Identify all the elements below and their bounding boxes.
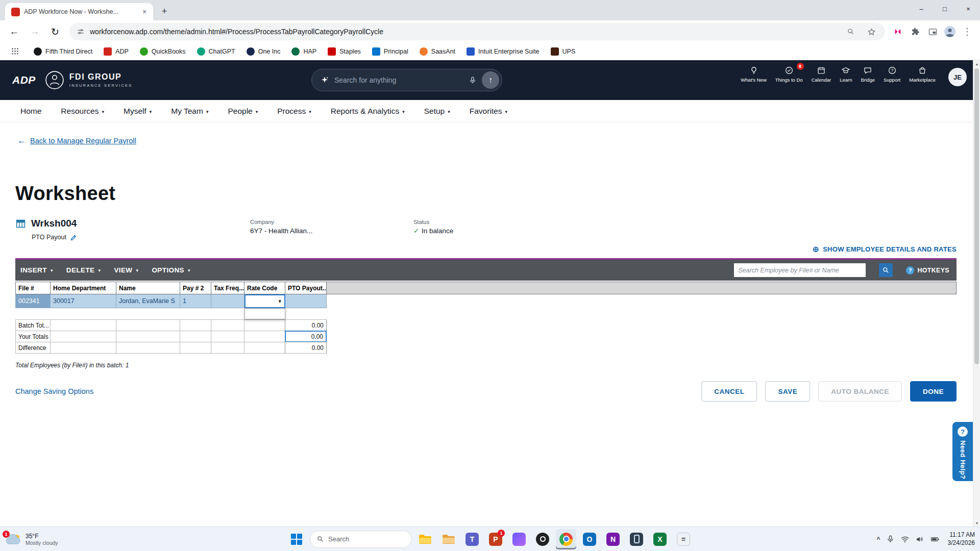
rate-code-dropdown-panel[interactable] xyxy=(244,308,285,319)
cell-tax-freq[interactable] xyxy=(211,294,244,308)
nav-reports-analytics[interactable]: Reports & Analytics▾ xyxy=(331,107,405,116)
browser-profile-avatar[interactable] xyxy=(942,24,958,39)
mic-tray-icon[interactable] xyxy=(886,535,895,543)
bookmark-staples[interactable]: Staples xyxy=(328,47,361,56)
cell-file-number[interactable]: 002341 xyxy=(15,294,50,308)
back-to-payroll-link[interactable]: ← Back to Manage Regular Payroll xyxy=(17,136,136,146)
column-header-pto-payout[interactable]: PTO Payout... xyxy=(285,282,327,294)
scroll-down-arrow[interactable]: ▼ xyxy=(973,519,980,527)
whats-new-button[interactable]: What's New xyxy=(741,66,766,83)
search-submit-button[interactable]: ↑ xyxy=(482,71,499,89)
browser-menu-icon[interactable]: ⋮ xyxy=(960,24,975,39)
scrollbar-thumb[interactable] xyxy=(974,68,979,364)
column-header-rate-code[interactable]: Rate Code xyxy=(244,282,285,294)
bookmark-intuit-enterprise-suite[interactable]: Intuit Enterprise Suite xyxy=(467,47,540,56)
bookmark-one-inc[interactable]: One Inc xyxy=(247,47,281,56)
hotkeys-link[interactable]: ? HOTKEYS xyxy=(906,266,949,274)
nav-setup[interactable]: Setup▾ xyxy=(424,107,450,116)
pinned-extension-icon[interactable] xyxy=(890,24,905,39)
marketplace-button[interactable]: Marketplace xyxy=(909,66,936,83)
employee-row[interactable]: 002341 300017 Jordan, EvaMarie S 1 ▾ xyxy=(15,294,957,308)
done-button[interactable]: DONE xyxy=(910,381,957,402)
nav-people[interactable]: People▾ xyxy=(228,107,258,116)
bridge-button[interactable]: Bridge xyxy=(861,66,875,83)
url-text[interactable]: workforcenow.adp.com/theme/admin.html#/P… xyxy=(90,28,838,36)
battery-icon[interactable] xyxy=(930,535,940,544)
bookmark-quickbooks[interactable]: QuickBooks xyxy=(140,47,186,56)
reload-button[interactable]: ↻ xyxy=(46,22,64,41)
insert-menu-button[interactable]: INSERT▾ xyxy=(20,266,53,274)
bookmark-ups[interactable]: UPS xyxy=(551,47,576,56)
phone-link-icon[interactable] xyxy=(626,529,647,549)
your-total-value[interactable]: 0.00 xyxy=(285,331,327,342)
bookmark-fifth-third-direct[interactable]: Fifth Third Direct xyxy=(34,47,92,56)
cell-pto-payout[interactable] xyxy=(285,294,327,308)
nav-favorites[interactable]: Favorites▾ xyxy=(470,107,507,116)
browser-tab[interactable]: ADP Workforce Now - Workshe... × xyxy=(5,3,153,20)
learn-button[interactable]: Learn xyxy=(840,66,852,83)
need-help-tab[interactable]: ? Need Help? xyxy=(952,422,973,481)
folder-icon[interactable] xyxy=(438,529,459,549)
back-button[interactable]: ← xyxy=(5,22,23,41)
window-maximize-button[interactable]: □ xyxy=(933,0,957,17)
bookmark-saasant[interactable]: SaasAnt xyxy=(420,47,455,56)
site-settings-icon[interactable] xyxy=(77,28,85,36)
cancel-button[interactable]: CANCEL xyxy=(701,381,757,402)
forward-button[interactable]: → xyxy=(26,22,44,41)
calculator-icon[interactable]: = xyxy=(673,529,694,549)
taskbar-clock[interactable]: 11:17 AM 3/24/2026 xyxy=(948,531,975,547)
bookmark-principal[interactable]: Principal xyxy=(372,47,408,56)
window-minimize-button[interactable]: – xyxy=(910,0,933,17)
cell-pay-2[interactable]: 1 xyxy=(180,294,211,308)
calendar-button[interactable]: Calendar xyxy=(812,66,831,83)
nav-home[interactable]: Home xyxy=(20,107,41,116)
excel-icon[interactable]: X xyxy=(650,529,670,549)
nav-process[interactable]: Process▾ xyxy=(277,107,311,116)
auto-balance-button[interactable]: AUTO BALANCE xyxy=(818,381,902,402)
mic-icon[interactable] xyxy=(469,76,477,84)
delete-menu-button[interactable]: DELETE▾ xyxy=(66,266,101,274)
powerpoint-icon[interactable]: P 1 xyxy=(485,529,506,549)
side-panel-icon[interactable] xyxy=(925,24,940,39)
cell-employee-name[interactable]: Jordan, EvaMarie S xyxy=(116,294,180,308)
weather-widget[interactable]: 1 35°F Mostly cloudy xyxy=(5,533,58,546)
scroll-up-arrow[interactable]: ▲ xyxy=(973,60,980,67)
column-header-pay-2[interactable]: Pay # 2 xyxy=(180,282,211,294)
save-button[interactable]: SAVE xyxy=(765,381,810,402)
outlook-icon[interactable]: O xyxy=(579,529,600,549)
bookmark-adp[interactable]: ADP xyxy=(104,47,129,56)
column-header-home-department[interactable]: Home Department xyxy=(50,282,116,294)
employee-search-input[interactable] xyxy=(734,263,866,277)
volume-icon[interactable] xyxy=(915,535,924,544)
file-explorer-icon[interactable] xyxy=(415,529,435,549)
bookmark-chatgpt[interactable]: ChatGPT xyxy=(197,47,235,56)
address-bar[interactable]: workforcenow.adp.com/theme/admin.html#/P… xyxy=(69,23,885,40)
tab-close-icon[interactable]: × xyxy=(140,7,149,16)
support-button[interactable]: ? Support xyxy=(884,66,900,83)
extensions-puzzle-icon[interactable] xyxy=(908,24,923,39)
wifi-icon[interactable] xyxy=(900,535,910,544)
edit-pencil-icon[interactable] xyxy=(70,234,77,241)
page-scrollbar[interactable]: ▲ ▼ xyxy=(973,60,980,527)
taskbar-search[interactable]: Search xyxy=(310,531,412,548)
tray-expand-icon[interactable]: ^ xyxy=(877,536,880,543)
options-menu-button[interactable]: OPTIONS▾ xyxy=(152,266,190,274)
apps-grid-icon[interactable] xyxy=(7,44,22,59)
zoom-indicator-icon[interactable] xyxy=(843,24,859,39)
start-button[interactable] xyxy=(286,529,307,549)
window-close-button[interactable]: × xyxy=(957,0,980,17)
change-saving-options-link[interactable]: Change Saving Options xyxy=(15,387,93,395)
nav-myself[interactable]: Myself▾ xyxy=(124,107,152,116)
column-header-tax-freq[interactable]: Tax Freq... xyxy=(211,282,244,294)
nav-resources[interactable]: Resources▾ xyxy=(61,107,104,116)
teams-icon[interactable]: T xyxy=(462,529,482,549)
cell-rate-code[interactable]: ▾ xyxy=(244,294,285,308)
onenote-icon[interactable]: N xyxy=(603,529,623,549)
chrome-icon[interactable] xyxy=(556,529,576,549)
view-menu-button[interactable]: VIEW▾ xyxy=(114,266,138,274)
bookmark-star-icon[interactable] xyxy=(864,24,879,39)
bookmark-hap[interactable]: HAP xyxy=(291,47,316,56)
cell-home-department[interactable]: 300017 xyxy=(50,294,116,308)
global-search[interactable]: ↑ xyxy=(311,69,502,91)
rate-code-select[interactable]: ▾ xyxy=(244,294,285,308)
